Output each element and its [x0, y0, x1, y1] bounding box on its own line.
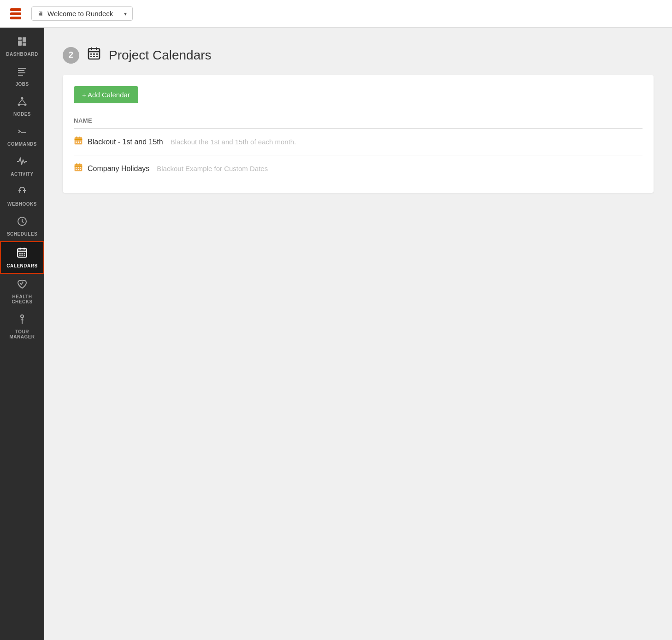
calendar-row-name-1[interactable]: Company Holidays	[88, 165, 149, 173]
health-checks-icon	[17, 279, 28, 292]
svg-rect-7	[18, 68, 26, 69]
calendar-title-icon	[87, 46, 101, 64]
svg-rect-46	[80, 136, 81, 138]
sidebar-label-dashboard: DASHBOARD	[6, 52, 38, 57]
sidebar-label-tour-manager: TOUR MANAGER	[2, 329, 42, 339]
svg-rect-37	[90, 53, 92, 55]
svg-rect-28	[24, 255, 25, 255]
svg-line-31	[21, 320, 22, 320]
sidebar-item-webhooks[interactable]: WEBHOOKS	[0, 181, 44, 211]
sidebar-item-commands[interactable]: COMMANDS	[0, 121, 44, 151]
svg-rect-44	[75, 139, 83, 140]
svg-point-11	[21, 97, 24, 100]
svg-rect-58	[78, 167, 79, 168]
tour-manager-icon	[17, 314, 28, 327]
svg-rect-5	[23, 37, 26, 42]
top-header: 🖥 Welcome to Rundeck ▾	[0, 0, 672, 28]
svg-rect-57	[76, 167, 77, 168]
schedules-icon	[17, 216, 28, 230]
svg-rect-41	[93, 56, 95, 57]
chevron-down-icon: ▾	[124, 11, 127, 17]
sidebar-item-nodes[interactable]: NODES	[0, 91, 44, 121]
svg-point-12	[18, 104, 20, 106]
sidebar-label-activity: ACTIVITY	[11, 172, 34, 177]
table-header: NAME	[74, 113, 643, 129]
svg-rect-8	[18, 70, 24, 71]
sidebar-item-jobs[interactable]: JOBS	[0, 61, 44, 91]
svg-rect-51	[78, 142, 79, 143]
svg-rect-49	[80, 141, 81, 142]
svg-rect-10	[18, 75, 23, 76]
svg-rect-48	[78, 141, 79, 142]
webhooks-icon	[17, 186, 28, 200]
page-title-row: 2 Project Calendars	[63, 46, 654, 64]
svg-rect-0	[10, 8, 21, 11]
svg-rect-4	[18, 41, 22, 46]
svg-rect-39	[96, 53, 98, 55]
svg-rect-27	[21, 255, 23, 255]
svg-rect-56	[80, 163, 81, 165]
svg-rect-62	[80, 169, 81, 170]
sidebar: DASHBOARD JOBS NODES COMMANDS ACTIVITY W…	[0, 28, 44, 640]
sidebar-label-calendars: CALENDARS	[6, 263, 37, 268]
sidebar-item-health-checks[interactable]: HEALTH CHECKS	[0, 274, 44, 309]
sidebar-item-schedules[interactable]: SCHEDULES	[0, 211, 44, 241]
svg-line-32	[22, 320, 24, 320]
main-content: 2 Project Calendars + Add Calendar NAME …	[44, 28, 672, 640]
svg-rect-47	[76, 141, 77, 142]
add-calendar-button[interactable]: + Add Calendar	[74, 86, 138, 103]
svg-rect-50	[76, 142, 77, 143]
calendars-card: + Add Calendar NAME Blackout - 1st and 1…	[63, 75, 654, 193]
svg-rect-54	[75, 166, 83, 167]
sidebar-item-tour-manager[interactable]: TOUR MANAGER	[0, 309, 44, 344]
svg-rect-55	[77, 163, 77, 165]
calendar-row-0: Blackout - 1st and 15th Blackout the 1st…	[74, 129, 643, 155]
calendar-row-icon-0	[74, 136, 83, 148]
svg-point-29	[21, 315, 24, 318]
svg-rect-1	[10, 12, 21, 15]
calendar-row-name-0[interactable]: Blackout - 1st and 15th	[88, 138, 163, 146]
sidebar-item-activity[interactable]: ACTIVITY	[0, 151, 44, 181]
calendar-row-desc-0: Blackout the 1st and 15th of each month.	[171, 138, 296, 146]
svg-rect-23	[19, 253, 21, 254]
svg-line-14	[19, 100, 22, 104]
svg-rect-9	[18, 72, 25, 73]
calendar-row-icon-1	[74, 163, 83, 174]
sidebar-item-calendars[interactable]: CALENDARS	[0, 241, 44, 274]
svg-rect-25	[24, 253, 25, 254]
nodes-icon	[17, 96, 28, 110]
calendar-row-1: Company Holidays Blackout Example for Cu…	[74, 155, 643, 182]
svg-rect-2	[10, 17, 21, 19]
sidebar-label-jobs: JOBS	[15, 82, 29, 87]
logo	[7, 6, 24, 22]
svg-rect-61	[78, 169, 79, 170]
svg-rect-52	[80, 142, 81, 143]
commands-icon	[17, 126, 28, 140]
dashboard-icon	[17, 36, 28, 50]
svg-rect-24	[21, 253, 23, 254]
jobs-icon	[17, 66, 28, 80]
calendar-row-desc-1: Blackout Example for Custom Dates	[157, 165, 268, 172]
step-badge: 2	[63, 47, 79, 64]
calendars-icon	[16, 247, 28, 261]
svg-rect-40	[90, 56, 92, 57]
activity-icon	[17, 156, 28, 170]
svg-rect-60	[76, 169, 77, 170]
project-icon: 🖥	[37, 10, 44, 18]
svg-line-15	[22, 100, 25, 104]
sidebar-item-dashboard[interactable]: DASHBOARD	[0, 31, 44, 61]
svg-rect-3	[18, 37, 22, 40]
sidebar-label-commands: COMMANDS	[7, 142, 37, 147]
svg-rect-42	[96, 56, 98, 57]
project-name: Welcome to Rundeck	[47, 10, 120, 18]
svg-rect-38	[93, 53, 95, 55]
sidebar-label-health-checks: HEALTH CHECKS	[2, 294, 42, 304]
svg-rect-6	[23, 43, 26, 46]
svg-point-13	[24, 104, 27, 106]
svg-rect-45	[77, 136, 77, 138]
svg-rect-26	[19, 255, 21, 255]
project-selector[interactable]: 🖥 Welcome to Rundeck ▾	[31, 6, 133, 21]
sidebar-label-schedules: SCHEDULES	[7, 231, 37, 237]
sidebar-label-nodes: NODES	[13, 112, 31, 117]
sidebar-label-webhooks: WEBHOOKS	[7, 201, 37, 207]
